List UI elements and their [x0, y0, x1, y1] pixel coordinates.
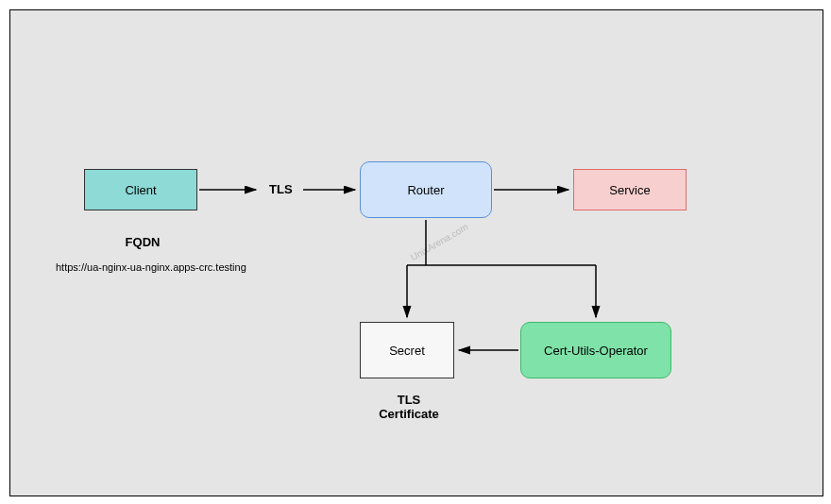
label-fqdn: FQDN: [105, 235, 180, 249]
node-cert-utils-operator: Cert-Utils-Operator: [520, 322, 671, 378]
watermark: UnixArena.com: [409, 222, 470, 263]
node-router: Router: [360, 161, 492, 218]
node-service: Service: [573, 169, 687, 210]
tls-cert-line2: Certificate: [379, 407, 439, 421]
label-tls: TLS: [269, 182, 293, 196]
node-certop-label: Cert-Utils-Operator: [544, 344, 648, 358]
diagram-canvas: Client Router Service Secret Cert-Utils-…: [9, 9, 823, 496]
label-tls-certificate: TLS Certificate: [366, 393, 451, 421]
node-secret: Secret: [360, 322, 454, 378]
tls-cert-line1: TLS: [398, 393, 421, 407]
label-fqdn-url: https://ua-nginx-ua-nginx.apps-crc.testi…: [56, 261, 246, 273]
node-router-label: Router: [407, 183, 444, 197]
node-client-label: Client: [125, 183, 156, 197]
node-service-label: Service: [609, 183, 650, 197]
node-client: Client: [84, 169, 197, 210]
node-secret-label: Secret: [389, 344, 425, 358]
